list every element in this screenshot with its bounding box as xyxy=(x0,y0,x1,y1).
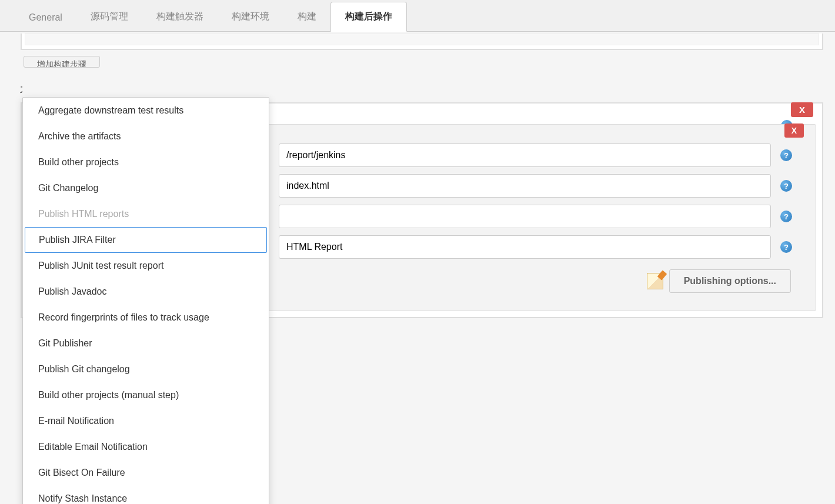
menu-item[interactable]: Build other projects xyxy=(23,149,269,175)
help-icon[interactable]: ? xyxy=(780,180,792,192)
tab-scm[interactable]: 源码管理 xyxy=(76,2,142,31)
tab-build[interactable]: 构建 xyxy=(283,2,330,31)
menu-item[interactable]: Aggregate downstream test results xyxy=(23,98,269,124)
help-icon[interactable]: ? xyxy=(780,149,792,161)
postbuild-dropdown-menu: Aggregate downstream test resultsArchive… xyxy=(22,97,269,504)
menu-item[interactable]: Record fingerprints of files to track us… xyxy=(23,305,269,331)
index-page-input[interactable] xyxy=(279,174,771,198)
help-icon[interactable]: ? xyxy=(780,241,792,253)
menu-item: Publish HTML reports xyxy=(23,201,269,227)
menu-item[interactable]: Publish Git changelog xyxy=(23,356,269,382)
tab-general[interactable]: General xyxy=(15,4,76,31)
menu-item[interactable]: Git Changelog xyxy=(23,175,269,201)
menu-item[interactable]: E-mail Notification xyxy=(23,408,269,434)
menu-item[interactable]: Editable Email Notification xyxy=(23,434,269,460)
prev-section-inner xyxy=(25,34,819,45)
report-title-input[interactable] xyxy=(279,235,771,259)
html-dir-input[interactable] xyxy=(279,143,771,167)
close-step-button[interactable]: X xyxy=(791,102,813,117)
menu-item[interactable]: Publish JUnit test result report xyxy=(23,253,269,279)
menu-item[interactable]: Notify Stash Instance xyxy=(23,486,269,504)
menu-item[interactable]: Git Bisect On Failure xyxy=(23,460,269,486)
menu-item[interactable]: Build other projects (manual step) xyxy=(23,382,269,408)
close-report-button[interactable]: X xyxy=(784,124,804,138)
section-title-text: 木 xyxy=(20,82,22,95)
add-build-step-button-cut[interactable]: 增加构建步骤 xyxy=(24,56,100,68)
content-area: 增加构建步骤 木 X ? X ? ? ) ? xyxy=(0,34,835,352)
publishing-options-button[interactable]: Publishing options... xyxy=(669,269,791,293)
help-icon[interactable]: ? xyxy=(780,211,792,222)
prev-section-box xyxy=(21,34,823,50)
menu-item[interactable]: Publish JIRA Filter xyxy=(25,227,267,253)
tab-env[interactable]: 构建环境 xyxy=(218,2,283,31)
tab-bar: General 源码管理 构建触发器 构建环境 构建 构建后操作 xyxy=(0,0,835,32)
tab-triggers[interactable]: 构建触发器 xyxy=(142,2,218,31)
menu-item[interactable]: Publish Javadoc xyxy=(23,279,269,305)
tab-postbuild[interactable]: 构建后操作 xyxy=(330,2,407,32)
notepad-icon xyxy=(647,273,663,289)
menu-item[interactable]: Git Publisher xyxy=(23,331,269,356)
menu-item[interactable]: Archive the artifacts xyxy=(23,124,269,149)
index-title-input[interactable] xyxy=(279,205,771,228)
